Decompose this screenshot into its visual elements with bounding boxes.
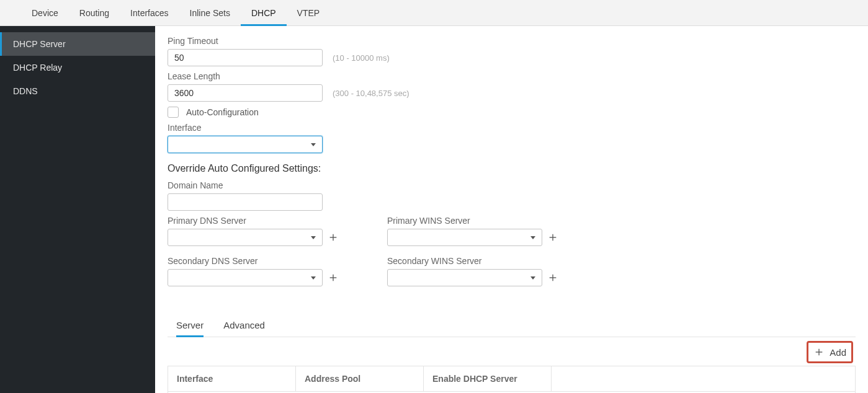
content: Ping Timeout (10 - 10000 ms) Lease Lengt… [155,26,868,393]
col-interface: Interface [168,366,296,392]
col-address-pool: Address Pool [296,366,424,392]
primary-dns-select[interactable] [168,229,323,246]
server-table: Interface Address Pool Enable DHCP Serve… [168,366,856,393]
chevron-down-icon [530,236,535,239]
subtab-server[interactable]: Server [176,314,204,337]
domain-name-input[interactable] [168,193,323,211]
chevron-down-icon [311,143,316,146]
tab-dhcp[interactable]: DHCP [241,0,287,26]
primary-wins-add-button[interactable] [547,232,558,243]
secondary-dns-add-button[interactable] [328,272,339,283]
secondary-wins-label: Secondary WINS Server [387,256,558,266]
chevron-down-icon [530,276,535,280]
ping-timeout-hint: (10 - 10000 ms) [333,53,390,63]
auto-config-checkbox[interactable] [168,107,179,118]
col-actions [552,366,856,392]
plus-icon [813,347,825,358]
sub-tabs: Server Advanced [168,314,856,337]
sidebar-item-dhcp-server[interactable]: DHCP Server [0,32,155,56]
sidebar-item-dhcp-relay[interactable]: DHCP Relay [0,56,155,79]
primary-wins-select[interactable] [387,229,542,246]
primary-dns-add-button[interactable] [328,232,339,243]
sidebar: DHCP Server DHCP Relay DDNS [0,26,155,393]
col-enable-dhcp: Enable DHCP Server [424,366,552,392]
chevron-down-icon [311,276,316,280]
add-button-label: Add [830,347,846,358]
tab-vtep[interactable]: VTEP [287,0,331,26]
lease-length-label: Lease Length [168,71,856,81]
add-button[interactable]: Add [813,347,846,358]
secondary-dns-label: Secondary DNS Server [168,256,339,266]
subtab-advanced[interactable]: Advanced [223,314,265,337]
interface-label: Interface [168,123,856,133]
tab-interfaces[interactable]: Interfaces [120,0,179,26]
secondary-dns-select[interactable] [168,269,323,286]
secondary-wins-select[interactable] [387,269,542,286]
override-section-title: Override Auto Configured Settings: [168,163,856,174]
tab-device[interactable]: Device [21,0,69,26]
sidebar-item-ddns[interactable]: DDNS [0,79,155,103]
tab-inline-sets[interactable]: Inline Sets [179,0,241,26]
auto-config-label: Auto-Configuration [186,107,259,117]
add-button-highlight: Add [807,341,853,363]
chevron-down-icon [311,236,316,239]
interface-select[interactable] [168,136,323,153]
top-tabs: Device Routing Interfaces Inline Sets DH… [0,0,868,26]
primary-dns-label: Primary DNS Server [168,216,339,226]
secondary-wins-add-button[interactable] [547,272,558,283]
domain-name-label: Domain Name [168,180,856,190]
lease-length-input[interactable] [168,84,323,102]
lease-length-hint: (300 - 10,48,575 sec) [333,89,409,98]
ping-timeout-label: Ping Timeout [168,36,856,46]
tab-routing[interactable]: Routing [69,0,120,26]
primary-wins-label: Primary WINS Server [387,216,558,226]
ping-timeout-input[interactable] [168,49,323,66]
